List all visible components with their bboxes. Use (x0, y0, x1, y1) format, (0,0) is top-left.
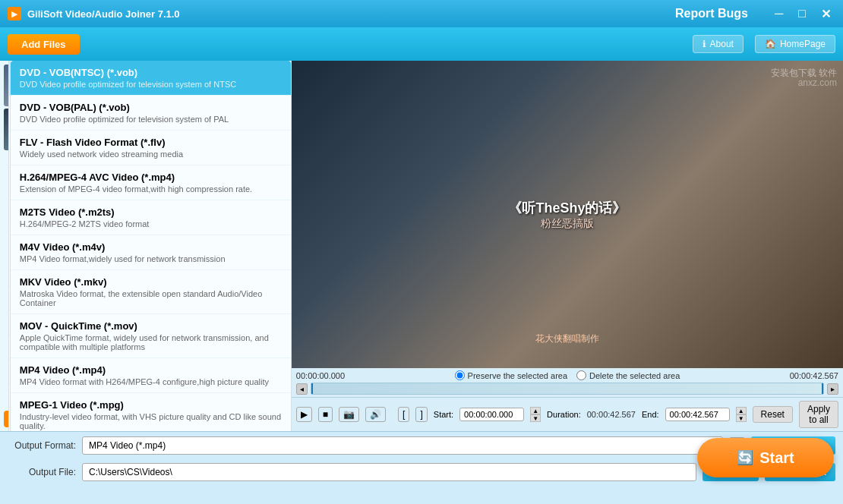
main-layout: Remove Common Video › Common Audio › HD … (0, 61, 843, 431)
timeline-bar[interactable] (311, 383, 824, 395)
about-button[interactable]: ℹ About (693, 35, 744, 53)
end-time-spinner[interactable]: ▲ ▼ (736, 407, 747, 422)
format-item-dvd-ntsc[interactable]: DVD - VOB(NTSC) (*.vob) DVD Video profil… (11, 61, 291, 96)
format-list: DVD - VOB(NTSC) (*.vob) DVD Video profil… (11, 61, 292, 431)
start-label: Start: (434, 410, 453, 419)
app-title: GiliSoft Video/Audio Joiner 7.1.0 (27, 8, 180, 20)
stop-button[interactable]: ■ (318, 407, 333, 422)
start-time-input[interactable] (459, 408, 524, 421)
duration-value: 00:00:42.567 (587, 410, 636, 419)
home-icon: 🏠 (765, 39, 776, 49)
format-list-container: DVD - VOB(NTSC) (*.vob) DVD Video profil… (11, 61, 292, 431)
spin-down-btn[interactable]: ▼ (530, 414, 541, 422)
output-file-label: Output File: (8, 467, 76, 477)
delete-radio[interactable]: Delete the selected area (576, 370, 680, 380)
report-bugs-link[interactable]: Report Bugs (671, 5, 753, 22)
apply-all-button[interactable]: Apply to all (799, 401, 838, 428)
header-bar: Add Files ℹ About 🏠 HomePage (0, 27, 843, 61)
output-format-label: Output Format: (8, 440, 76, 451)
spin-up-btn[interactable]: ▲ (530, 407, 541, 414)
format-item-h264-mp4[interactable]: H.264/MPEG-4 AVC Video (*.mp4) Extension… (11, 165, 291, 200)
end-spin-down-btn[interactable]: ▼ (736, 414, 747, 422)
timeline-top: 00:00:00.000 Preserve the selected area … (292, 368, 843, 397)
about-icon: ℹ (702, 39, 706, 49)
title-bar-right: Report Bugs ─ □ ✕ (671, 5, 835, 23)
video-title: 《听TheShy的话》 (508, 199, 626, 217)
timeline-start-handle (311, 383, 313, 394)
format-item-dvd-pal[interactable]: DVD - VOB(PAL) (*.vob) DVD Video profile… (11, 96, 291, 131)
duration-label: Duration: (547, 410, 581, 419)
time-left: 00:00:00.000 (296, 371, 345, 380)
video-subtitle: 粉丝恶搞版 (541, 217, 594, 231)
video-footer: 花大侠翻唱制作 (535, 332, 599, 345)
video-overlay-text: 安装包下载 软件 anxz.com 《听TheShy的话》 粉丝恶搞版 花大侠翻… (292, 61, 843, 368)
playback-controls: ▶ ■ 📷 🔊 [ ] Start: ▲ ▼ Duration: 00:00:4… (292, 397, 843, 431)
video-display: 安装包下载 软件 anxz.com 《听TheShy的话》 粉丝恶搞版 花大侠翻… (292, 61, 843, 368)
app-icon: ▶ (8, 7, 21, 20)
file-list-panel: Remove (0, 61, 9, 431)
format-item-mkv[interactable]: MKV Video (*.mkv) Matroska Video format,… (11, 270, 291, 314)
title-bar: ▶ GiliSoft Video/Audio Joiner 7.1.0 Repo… (0, 0, 843, 27)
format-item-mp4[interactable]: MP4 Video (*.mp4) MP4 Video format with … (11, 358, 291, 393)
bottom-bar: Output Format: ▼ Output Settings Output … (0, 431, 843, 504)
reset-button[interactable]: Reset (753, 406, 793, 423)
end-label: End: (642, 410, 659, 419)
format-item-m4v[interactable]: M4V Video (*.m4v) MP4 Video format,widel… (11, 235, 291, 270)
timeline-bar-row: ◂ ▸ (296, 383, 838, 395)
output-format-input[interactable] (82, 436, 723, 455)
output-file-input[interactable] (82, 463, 696, 481)
homepage-button[interactable]: 🏠 HomePage (755, 35, 835, 53)
screenshot-button[interactable]: 📷 (339, 407, 359, 422)
watermark-url: anxz.com (798, 77, 837, 88)
preserve-radio[interactable]: Preserve the selected area (455, 370, 567, 380)
header-right: ℹ About 🏠 HomePage (693, 35, 835, 53)
play-button[interactable]: ▶ (296, 407, 312, 422)
format-item-mov[interactable]: MOV - QuickTime (*.mov) Apple QuickTime … (11, 314, 291, 358)
minimize-btn[interactable]: ─ (770, 5, 788, 22)
end-time-input[interactable] (665, 408, 730, 421)
maximize-btn[interactable]: □ (794, 5, 810, 22)
format-item-flv[interactable]: FLV - Flash Video Format (*.flv) Widely … (11, 131, 291, 165)
start-button-container: 🔄 Start (697, 438, 834, 477)
mark-in-button[interactable]: [ (398, 407, 409, 422)
timeline-row1: 00:00:00.000 Preserve the selected area … (296, 370, 838, 380)
close-btn[interactable]: ✕ (816, 5, 835, 23)
timeline-right-marker[interactable]: ▸ (827, 383, 838, 395)
delete-radio-input[interactable] (576, 370, 586, 380)
volume-button[interactable]: 🔊 (365, 407, 386, 422)
video-panel: 安装包下载 软件 anxz.com 《听TheShy的话》 粉丝恶搞版 花大侠翻… (292, 61, 843, 431)
title-bar-left: ▶ GiliSoft Video/Audio Joiner 7.1.0 (8, 7, 180, 20)
end-spin-up-btn[interactable]: ▲ (736, 407, 747, 414)
time-right: 00:00:42.567 (790, 371, 838, 380)
timeline-end-handle (822, 383, 823, 394)
timeline-left-marker[interactable]: ◂ (296, 383, 308, 395)
start-button[interactable]: 🔄 Start (697, 438, 834, 477)
radio-group: Preserve the selected area Delete the se… (455, 370, 680, 380)
format-item-mpeg1[interactable]: MPEG-1 Video (*.mpg) Industry-level vide… (11, 393, 291, 431)
format-item-m2ts[interactable]: M2TS Video (*.m2ts) H.264/MPEG-2 M2TS vi… (11, 200, 291, 235)
preserve-radio-input[interactable] (455, 370, 465, 380)
start-icon: 🔄 (737, 449, 753, 466)
add-files-button[interactable]: Add Files (8, 34, 80, 55)
start-time-spinner[interactable]: ▲ ▼ (530, 407, 541, 422)
mark-out-button[interactable]: ] (415, 407, 427, 422)
